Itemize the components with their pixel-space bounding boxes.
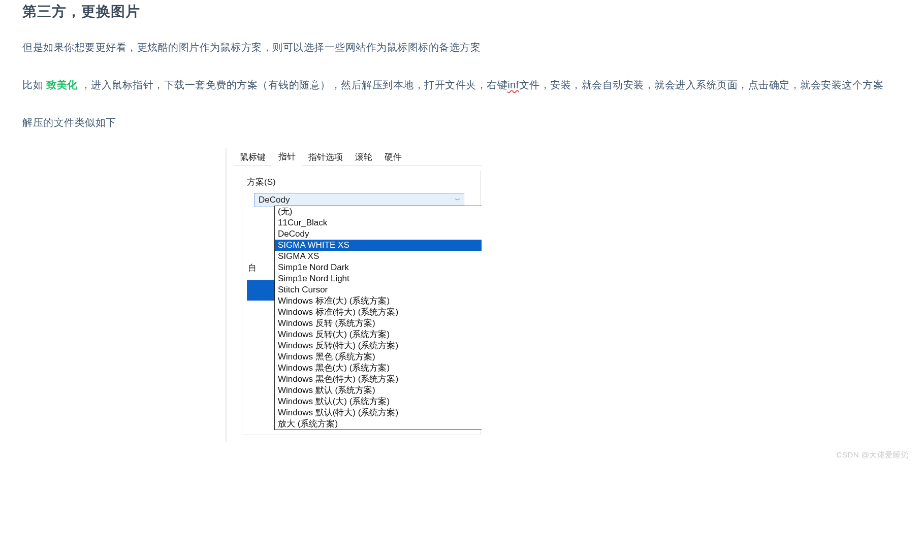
scheme-option[interactable]: Stitch Cursor: [275, 284, 482, 295]
p2-inf: inf: [507, 79, 519, 90]
paragraph-2: 比如 致美化 ，进入鼠标指针，下载一套免费的方案（有钱的随意），然后解压到本地，…: [22, 73, 924, 96]
scheme-dropdown-list[interactable]: (无)11Cur_BlackDeCodySIGMA WHITE XSSIGMA …: [274, 206, 482, 430]
scheme-option[interactable]: Simp1e Nord Light: [275, 273, 482, 284]
scheme-option[interactable]: Windows 反转(特大) (系统方案): [275, 340, 482, 351]
scheme-option[interactable]: Windows 默认 (系统方案): [275, 385, 482, 396]
scheme-option[interactable]: Windows 黑色 (系统方案): [275, 351, 482, 363]
scheme-option[interactable]: Windows 黑色(特大) (系统方案): [275, 374, 482, 385]
scheme-option[interactable]: Windows 反转 (系统方案): [275, 318, 482, 329]
scheme-option[interactable]: SIGMA XS: [275, 251, 482, 262]
section-heading: 第三方，更换图片: [22, 2, 924, 21]
watermark: CSDN @大佬爱睡觉: [837, 450, 909, 460]
scheme-group-label: 方案(S): [247, 176, 276, 188]
scheme-option[interactable]: Windows 标准(大) (系统方案): [275, 295, 482, 307]
tab-0[interactable]: 鼠标键: [234, 148, 272, 166]
tab-3[interactable]: 滚轮: [349, 148, 378, 166]
scheme-option[interactable]: SIGMA WHITE XS: [275, 240, 482, 251]
tab-4[interactable]: 硬件: [378, 148, 408, 166]
tab-2[interactable]: 指针选项: [302, 148, 349, 166]
scheme-combobox-value: DeCody: [259, 195, 290, 205]
tab-strip: 鼠标键指针指针选项滚轮硬件: [234, 148, 482, 166]
scheme-option[interactable]: DeCody: [275, 228, 482, 240]
scheme-group: 方案(S) DeCody ﹀ (无)11Cur_BlackDeCodySIGMA…: [247, 176, 472, 207]
scheme-option[interactable]: Simp1e Nord Dark: [275, 262, 482, 273]
scheme-option[interactable]: (无): [275, 206, 482, 217]
paragraph-1: 但是如果你想要更好看，更炫酷的图片作为鼠标方案，则可以选择一些网站作为鼠标图标的…: [22, 36, 924, 59]
customize-label-fragment: 自: [248, 262, 257, 274]
scheme-option[interactable]: Windows 标准(特大) (系统方案): [275, 307, 482, 318]
link-zhimeihua[interactable]: 致美化: [46, 79, 78, 90]
scheme-combobox[interactable]: DeCody ﹀: [254, 193, 464, 207]
paragraph-3: 解压的文件类似如下: [22, 111, 924, 134]
mouse-properties-dialog: 鼠标键指针指针选项滚轮硬件 自 方案(S) DeCody ﹀ (无)11Cur_…: [226, 148, 482, 442]
scheme-option[interactable]: 放大 (系统方案): [275, 418, 482, 430]
scheme-option[interactable]: Windows 默认(特大) (系统方案): [275, 407, 482, 418]
scheme-option[interactable]: 11Cur_Black: [275, 217, 482, 228]
p2-mid1: ，进入鼠标指针，下载一套免费的方案（有钱的随意），然后解压到本地，打开文件夹，右…: [78, 79, 508, 90]
scheme-option[interactable]: Windows 反转(大) (系统方案): [275, 329, 482, 340]
scheme-option[interactable]: Windows 黑色(大) (系统方案): [275, 363, 482, 374]
p2-mid2: 文件，安装，就会自动安装，就会进入系统页面，点击确定，就会安装这个方案: [519, 79, 884, 90]
tab-1[interactable]: 指针: [272, 148, 302, 166]
p2-pre: 比如: [22, 79, 46, 90]
chevron-down-icon: ﹀: [455, 196, 461, 205]
scheme-option[interactable]: Windows 默认(大) (系统方案): [275, 396, 482, 407]
